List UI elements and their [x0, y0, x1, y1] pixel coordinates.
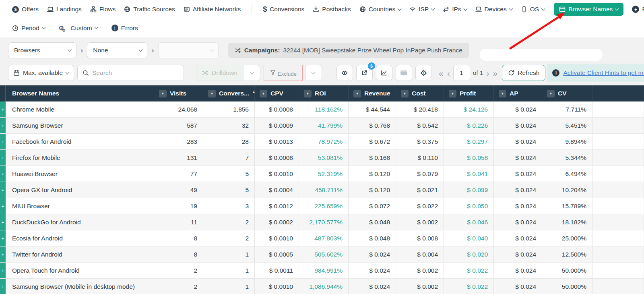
exclude-dropdown-button[interactable] [305, 65, 322, 81]
prev-page-button[interactable]: ‹ [447, 69, 450, 77]
expand-row-button[interactable]: + [0, 101, 6, 117]
column-header-visits[interactable]: ▼Visits [154, 85, 203, 101]
nav-item-os[interactable]: OS [521, 6, 545, 12]
refresh-button[interactable]: Refresh [502, 65, 545, 81]
export-button[interactable]: $ [356, 65, 373, 81]
referrer-icon: ◆ [632, 6, 639, 13]
expand-row-button[interactable]: + [0, 263, 6, 278]
expand-row-button[interactable]: + [0, 150, 6, 166]
row-name-cell: Opera GX for Android [6, 182, 154, 198]
exclude-button[interactable]: Exclude [264, 65, 303, 81]
nav-item-custom[interactable]: ⚙⚙Custom [59, 25, 98, 31]
column-filter-icon[interactable]: ▼ [547, 90, 555, 97]
table-cell: $ 0.110 [396, 150, 444, 166]
client-hints-link[interactable]: Activate Client Hints to get more d [563, 69, 644, 77]
expand-row-button[interactable]: + [0, 166, 6, 182]
page-count-label: of 1 [473, 69, 483, 77]
nav-item-postbacks[interactable]: Postbacks [313, 6, 351, 12]
settings-button[interactable]: ⚙ [415, 65, 432, 81]
nav-item-period[interactable]: Period [12, 25, 45, 31]
expand-row-button[interactable]: + [0, 198, 6, 214]
column-header-browser-names[interactable]: Browser Names [6, 85, 154, 101]
nav-item-offers[interactable]: $Offers [12, 6, 39, 13]
table-cell: $ 0.0008 [255, 101, 299, 117]
table-cell: $ 0.020 [444, 246, 494, 262]
nav-item-browser-names[interactable]: Browser Names [554, 3, 623, 16]
column-header-convers[interactable]: ▼Convers...▲ [203, 85, 255, 101]
column-header-profit[interactable]: ▼Profit [444, 85, 494, 101]
date-range-button[interactable]: Max. available [8, 65, 74, 81]
first-page-button[interactable]: « [438, 69, 444, 77]
table-cell: $ 0.022 [396, 198, 444, 214]
table-cell: $ 0.768 [349, 118, 396, 133]
nav-item-ips[interactable]: IPs [443, 6, 466, 12]
table-cell: 7 [203, 150, 255, 166]
nav-item-landings[interactable]: Landings [47, 6, 82, 12]
countries-icon [359, 6, 366, 12]
table-cell: $ 0.0010 [255, 230, 299, 246]
nav-item-errors[interactable]: !Errors [111, 25, 138, 31]
column-filter-icon[interactable]: ▼ [499, 90, 506, 97]
column-filter-icon[interactable]: ▼ [260, 90, 267, 97]
column-header-ap[interactable]: ▼AP [494, 85, 542, 101]
column-header-roi[interactable]: ▼ROI [299, 85, 349, 101]
nav-item-affiliate-networks[interactable]: Affiliate Networks [184, 6, 241, 12]
nav-item-traffic-sources[interactable]: Traffic Sources [124, 6, 175, 12]
browser-names-icon [559, 6, 566, 12]
drilldown-button[interactable]: Drilldown [196, 65, 244, 81]
column-header-label: Profit [460, 90, 476, 97]
nav-item-r[interactable]: ◆R [632, 6, 644, 13]
ips-icon [443, 6, 449, 12]
expand-row-button[interactable]: + [0, 279, 6, 294]
nav-item-flows[interactable]: Flows [90, 6, 116, 12]
redacted-area [480, 49, 603, 61]
column-header-cpv[interactable]: ▼CPV [255, 85, 299, 101]
nav-item-conversions[interactable]: $Conversions [263, 6, 304, 13]
nav-item-label: OS [530, 6, 539, 12]
column-header-cost[interactable]: ▼Cost [396, 85, 444, 101]
next-page-button[interactable]: › [486, 69, 490, 77]
column-filter-icon[interactable]: ▼ [353, 90, 361, 97]
table-cell: 28 [203, 134, 255, 149]
nav-item-devices[interactable]: Devices [475, 6, 512, 12]
column-header-revenue[interactable]: ▼Revenue [349, 85, 396, 101]
column-filter-icon[interactable]: ▼ [159, 90, 167, 97]
secondary-nav: Period⚙⚙Custom!Errors [0, 19, 644, 37]
table-cell: 505.602% [299, 246, 349, 262]
table-cell [592, 166, 644, 182]
column-filter-icon[interactable]: ▼ [304, 90, 312, 97]
grouping-select-3[interactable] [158, 42, 219, 58]
column-header-label: Cost [412, 90, 425, 97]
table-cell: 5 [203, 182, 255, 198]
comments-button[interactable] [396, 65, 412, 81]
grouping-select-1[interactable]: Browsers [8, 42, 76, 58]
expand-row-button[interactable]: + [0, 118, 6, 133]
drilldown-dropdown-button[interactable] [244, 65, 260, 81]
search-input[interactable] [92, 69, 179, 77]
expand-row-button[interactable]: + [0, 134, 6, 149]
expand-row-button[interactable]: + [0, 246, 6, 262]
column-header-item[interactable] [592, 85, 644, 101]
nav-item-label: Browser Names [568, 6, 613, 12]
table-row: +DuckDuckGo for Android112$ 0.00022,170.… [0, 214, 644, 230]
date-range-label: Max. available [23, 69, 63, 77]
chart-button[interactable] [376, 65, 392, 81]
expand-row-button[interactable]: + [0, 214, 6, 230]
last-page-button[interactable]: » [493, 69, 498, 77]
nav-item-countries[interactable]: Countries [359, 6, 401, 12]
table-cell: $ 0.024 [349, 246, 396, 262]
expand-row-button[interactable]: + [0, 182, 6, 198]
column-filter-icon[interactable]: ▼ [401, 90, 409, 97]
nav-item-isp[interactable]: ISP [409, 6, 434, 12]
column-filter-icon[interactable]: ▼ [449, 90, 456, 97]
preview-button[interactable] [336, 65, 353, 81]
grouping-select-2[interactable]: None [87, 42, 147, 58]
table-cell: $ 0.040 [444, 230, 494, 246]
column-filter-icon[interactable]: ▼ [208, 90, 216, 97]
expand-row-button[interactable]: + [0, 230, 6, 246]
column-header-cv[interactable]: ▼CV [542, 85, 592, 101]
campaign-filter-pill[interactable]: Campaigns: 32244 [MOB] Sweepstake Prize … [228, 43, 469, 58]
page-input[interactable] [453, 65, 470, 81]
report-table: Browser Names▼Visits▼Convers...▲▼CPV▼ROI… [0, 85, 644, 294]
table-cell: $ 20.418 [396, 101, 444, 117]
